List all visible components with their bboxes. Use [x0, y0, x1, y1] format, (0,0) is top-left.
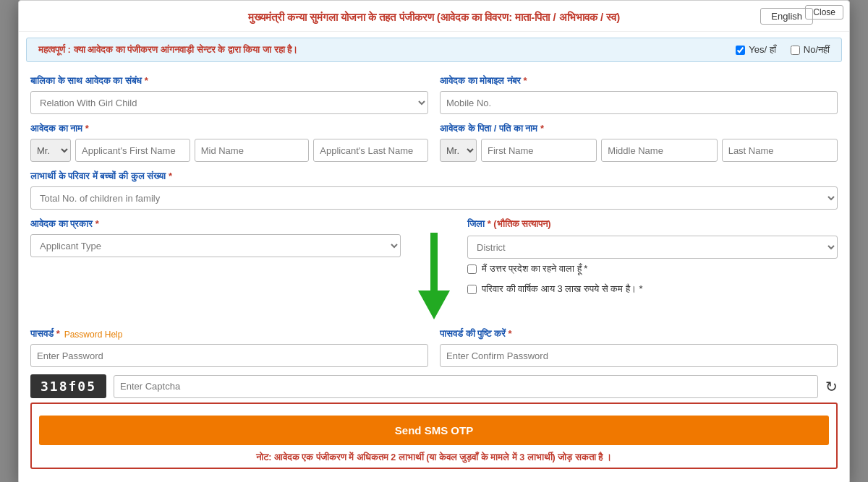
yes-label: Yes/ हाँ — [749, 44, 775, 56]
up-resident-label: मैं उत्तर प्रदेश का रहने वाला हूँ * — [482, 263, 587, 275]
row-captcha: 318f05 ↻ — [30, 374, 838, 398]
applicant-title-select[interactable]: Mr. Ms. Mrs. — [30, 139, 71, 162]
applicant-type-label: आवेदक का प्रकार * — [30, 218, 401, 230]
relation-label: बालिका के साथ आवेदक का संबंध * — [30, 75, 428, 87]
registration-modal: मुख्यमंत्री कन्या सुमंगला योजना के तहत प… — [18, 0, 850, 482]
applicant-last-name[interactable] — [313, 139, 428, 162]
col-confirm-password: पासवर्ड की पुष्टि करें * — [440, 328, 838, 367]
physical-label: (भौतिक सत्यापन) — [493, 218, 550, 229]
send-otp-button[interactable]: Send SMS OTP — [39, 416, 829, 445]
no-checkbox-group: No/नहीं — [791, 44, 830, 56]
form-body: बालिका के साथ आवेदक का संबंध * Relation … — [19, 68, 849, 469]
refresh-icon[interactable]: ↻ — [825, 378, 838, 395]
col-applicant-name: आवेदक का नाम * Mr. Ms. Mrs. — [30, 123, 428, 162]
no-label: No/नहीं — [804, 44, 830, 56]
note-text: नोट: आवेदक एक पंजीकरण में अधिकतम 2 लाभार… — [39, 452, 829, 463]
no-checkbox[interactable] — [791, 46, 800, 55]
up-resident-checkbox[interactable] — [467, 264, 477, 274]
row-type-district: आवेदक का प्रकार * Applicant Type जिला * — [30, 218, 838, 319]
col-children: लाभार्थी के परिवार में बच्चों की कुल संख… — [30, 171, 838, 210]
father-first-name[interactable] — [481, 139, 597, 162]
row-children: लाभार्थी के परिवार में बच्चों की कुल संख… — [30, 171, 838, 210]
important-text: महत्वपूर्ण : क्या आवेदक का पंजीकरण आंगनव… — [38, 44, 721, 56]
up-resident-checkbox-row: मैं उत्तर प्रदेश का रहने वाला हूँ * — [467, 263, 838, 275]
col-password: पासवर्ड * Password Help — [30, 328, 428, 367]
col-applicant-type: आवेदक का प्रकार * Applicant Type — [30, 218, 401, 257]
row-names: आवेदक का नाम * Mr. Ms. Mrs. आवेदक के प — [30, 123, 838, 162]
children-label: लाभार्थी के परिवार में बच्चों की कुल संख… — [30, 171, 838, 182]
income-label: परिवार की वार्षिक आय 3 लाख रुपये से कम ह… — [482, 283, 642, 295]
modal-title: मुख्यमंत्री कन्या सुमंगला योजना के तहत प… — [19, 1, 849, 32]
applicant-name-label: आवेदक का नाम * — [30, 123, 428, 134]
father-name-label: आवेदक के पिता / पति का नाम * — [440, 123, 838, 134]
yes-checkbox[interactable] — [736, 46, 745, 55]
mobile-label: आवेदक का मोबाइल नंबर * — [440, 75, 838, 87]
close-button[interactable]: Close — [805, 5, 843, 20]
applicant-type-select[interactable]: Applicant Type — [30, 234, 401, 257]
father-last-name[interactable] — [722, 139, 838, 162]
col-mobile: आवेदक का मोबाइल नंबर * — [440, 75, 838, 114]
mobile-input[interactable] — [440, 91, 838, 114]
district-select[interactable]: District — [467, 236, 838, 259]
password-input[interactable] — [30, 344, 428, 367]
income-checkbox-row: परिवार की वार्षिक आय 3 लाख रुपये से कम ह… — [467, 283, 838, 295]
row-password: पासवर्ड * Password Help पासवर्ड की पुष्ट… — [30, 328, 838, 367]
income-checkbox[interactable] — [467, 285, 477, 294]
svg-marker-1 — [418, 291, 450, 319]
svg-rect-0 — [430, 233, 438, 291]
row-relation-mobile: बालिका के साथ आवेदक का संबंध * Relation … — [30, 75, 838, 114]
father-mid-name[interactable] — [601, 139, 717, 162]
confirm-password-input[interactable] — [440, 344, 838, 367]
relation-select[interactable]: Relation With Girl Child — [30, 91, 428, 114]
applicant-name-row: Mr. Ms. Mrs. — [30, 139, 428, 162]
father-title-select[interactable]: Mr. Ms. — [440, 139, 477, 162]
yes-checkbox-group: Yes/ हाँ — [736, 44, 775, 56]
col-relation: बालिका के साथ आवेदक का संबंध * Relation … — [30, 75, 428, 114]
password-label-row: पासवर्ड * Password Help — [30, 328, 428, 341]
password-label: पासवर्ड * — [30, 328, 60, 340]
applicant-first-name[interactable] — [75, 139, 190, 162]
captcha-image: 318f05 — [30, 374, 106, 398]
important-bar: महत्वपूर्ण : क्या आवेदक का पंजीकरण आंगनव… — [26, 38, 842, 62]
district-label: जिला * (भौतिक सत्यापन) — [467, 218, 838, 230]
captcha-input[interactable] — [114, 375, 818, 398]
down-arrow-icon — [418, 233, 450, 319]
arrow-container — [412, 218, 456, 319]
modal-footer: Close — [19, 469, 849, 475]
col-father-name: आवेदक के पिता / पति का नाम * Mr. Ms. — [440, 123, 838, 162]
password-help-link[interactable]: Password Help — [64, 330, 123, 340]
otp-section: Send SMS OTP नोट: आवेदक एक पंजीकरण में अ… — [30, 403, 838, 469]
children-select[interactable]: Total No. of children in family — [30, 186, 838, 210]
confirm-password-label: पासवर्ड की पुष्टि करें * — [440, 328, 838, 340]
col-district-checks: जिला * (भौतिक सत्यापन) District मैं उत्त… — [467, 218, 838, 299]
applicant-mid-name[interactable] — [195, 139, 310, 162]
father-name-row: Mr. Ms. — [440, 139, 838, 162]
